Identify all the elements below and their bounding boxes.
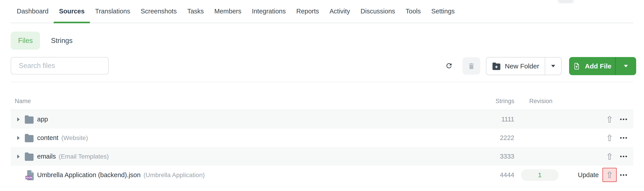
new-folder-dropdown-button[interactable] [545, 58, 561, 75]
nav-bottom-border [11, 22, 633, 23]
folder-name[interactable]: emails [37, 153, 56, 160]
folder-name[interactable]: content [37, 134, 58, 142]
delete-button[interactable] [462, 57, 480, 75]
nav-item-integrations[interactable]: Integrations [252, 0, 286, 22]
refresh-button[interactable] [442, 57, 456, 74]
column-header-revision: Revision [529, 98, 552, 105]
chevron-down-icon [551, 65, 555, 67]
nav-item-tasks[interactable]: Tasks [187, 0, 204, 22]
nav-item-screenshots[interactable]: Screenshots [141, 0, 177, 22]
nav-item-tools[interactable]: Tools [406, 0, 421, 22]
strings-count: 1111 [470, 110, 514, 128]
expand-chevron-icon[interactable] [16, 128, 21, 147]
file-upload-icon [573, 62, 580, 71]
new-folder-button[interactable]: New Folder [486, 58, 545, 75]
nav-item-settings[interactable]: Settings [431, 0, 455, 22]
trash-icon [468, 62, 475, 70]
table-row-emails[interactable]: emails (Email Templates) 3333 ⇧ [11, 147, 633, 166]
expand-chevron-icon[interactable] [16, 147, 21, 166]
upload-translations-icon[interactable]: ⇧ [606, 170, 613, 179]
more-actions-button[interactable] [617, 166, 630, 184]
search-input[interactable] [11, 57, 109, 74]
folder-icon [23, 128, 35, 147]
nav-item-activity[interactable]: Activity [330, 0, 350, 22]
strings-count: 2222 [470, 128, 514, 147]
sources-page: Dashboard Sources Translations Screensho… [0, 0, 644, 191]
nav-item-sources[interactable]: Sources [59, 0, 84, 22]
table-row-umbrella-json[interactable]: JSON Umbrella Application (backend).json… [11, 166, 633, 184]
file-name[interactable]: Umbrella Application (backend).json [37, 171, 141, 179]
svg-text:JSON: JSON [25, 176, 32, 179]
upload-translations-icon[interactable]: ⇧ [602, 147, 617, 166]
folder-secondary-name: (Website) [61, 134, 88, 142]
folder-plus-icon [492, 62, 501, 70]
folder-secondary-name: (Email Templates) [59, 153, 109, 160]
table-row-content[interactable]: content (Website) 2222 ⇧ [11, 128, 633, 147]
add-file-label: Add File [585, 62, 611, 70]
upload-translations-icon[interactable]: ⇧ [602, 110, 617, 128]
highlight-box: ⇧ [602, 168, 617, 182]
more-actions-button[interactable] [617, 147, 630, 166]
new-folder-split-button: New Folder [486, 57, 562, 75]
column-header-strings: Strings [470, 98, 514, 105]
update-link[interactable]: Update [573, 166, 604, 184]
nav-item-dashboard[interactable]: Dashboard [17, 0, 48, 22]
top-navigation: Dashboard Sources Translations Screensho… [17, 0, 455, 22]
folder-name[interactable]: app [37, 116, 48, 123]
section-divider [11, 82, 633, 82]
more-actions-button[interactable] [617, 110, 630, 128]
tab-strings[interactable]: Strings [48, 32, 76, 50]
files-table: app 1111 ⇧ content (Website) 2222 ⇧ [11, 110, 633, 184]
folder-icon [23, 147, 35, 166]
column-header-name: Name [15, 98, 31, 105]
folder-icon [23, 110, 35, 128]
file-secondary-name: (Umbrella Application) [144, 172, 205, 179]
add-file-split-button: Add File [569, 57, 636, 75]
more-actions-button[interactable] [617, 128, 630, 147]
refresh-icon [445, 62, 453, 70]
cutoff-element [558, 0, 573, 2]
strings-count: 3333 [470, 147, 514, 166]
upload-translations-icon[interactable]: ⇧ [602, 128, 617, 147]
nav-item-members[interactable]: Members [214, 0, 242, 22]
nav-item-reports[interactable]: Reports [296, 0, 319, 22]
nav-item-translations[interactable]: Translations [95, 0, 130, 22]
table-row-app[interactable]: app 1111 ⇧ [11, 110, 633, 128]
add-file-button[interactable]: Add File [569, 57, 615, 75]
nav-item-discussions[interactable]: Discussions [360, 0, 395, 22]
chevron-down-icon [624, 65, 628, 67]
new-folder-label: New Folder [505, 62, 539, 70]
expand-chevron-icon[interactable] [16, 110, 21, 128]
add-file-dropdown-button[interactable] [616, 57, 636, 75]
strings-count: 4444 [470, 166, 514, 184]
tab-files[interactable]: Files [11, 32, 40, 50]
revision-badge: 1 [521, 166, 558, 184]
json-file-icon: JSON [24, 166, 36, 184]
